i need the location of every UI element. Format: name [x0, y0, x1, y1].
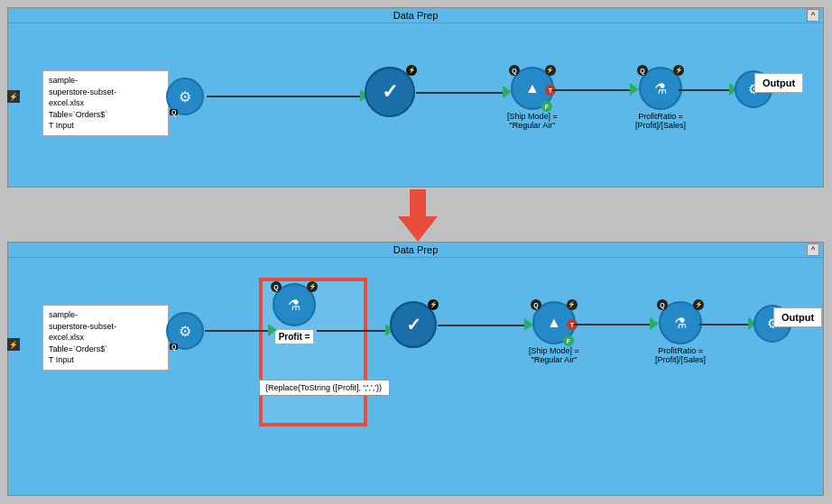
bottom-filter-q-badge: Q [531, 299, 541, 310]
bottom-calc-q-badge: Q [657, 299, 668, 310]
highlighted-q-badge: Q [271, 281, 282, 292]
bottom-check-lightning-badge: ⚡ [428, 299, 439, 310]
bottom-input-line3: excel.xlsx [49, 333, 84, 342]
bottom-gear-q-badge: Q [170, 344, 178, 350]
top-input-node: sample- superstore-subset- excel.xlsx Ta… [42, 70, 169, 136]
top-panel-content: sample- superstore-subset- excel.xlsx Ta… [8, 23, 823, 184]
top-panel-title-bar: Data Prep ^ [8, 8, 823, 23]
gear-icon-bottom [179, 323, 191, 340]
top-filter-label: [Ship Mode] = "Regular Air" [507, 112, 558, 130]
top-output-label: Output [754, 73, 803, 93]
top-filter-lightning-badge: ⚡ [545, 65, 556, 76]
bottom-input-line5: T Input [49, 355, 74, 364]
bottom-connector-0 [268, 324, 277, 336]
top-input-line3: excel.xlsx [49, 98, 84, 107]
top-line-1 [207, 96, 365, 97]
top-line-3 [552, 89, 633, 91]
bottom-input-line1: sample- [49, 310, 78, 319]
bottom-panel-title-bar: Data Prep ^ [8, 243, 823, 258]
top-calc-node[interactable]: ⚗ Q ⚡ ProfitRatio = [Profit]/[Sales] [635, 67, 686, 130]
top-panel: Data Prep ^ sample- superstore-subset- e… [7, 7, 824, 188]
top-line-2 [416, 92, 506, 94]
bottom-panel-title: Data Prep [393, 244, 439, 255]
bottom-output-label: Output [773, 307, 822, 327]
bottom-panel: Data Prep ^ sample- superstore-subset- e… [7, 242, 824, 496]
top-line-4 [679, 89, 733, 91]
top-checkmark-node[interactable]: ✓ ⚡ [365, 67, 415, 117]
side-lightning-icon-top: ⚡ [7, 90, 20, 103]
bottom-line-3 [574, 324, 653, 325]
top-input-line5: T Input [49, 121, 74, 130]
top-input-line4: Table=`Orders$` [49, 110, 107, 119]
bottom-filter-lightning-badge: ⚡ [567, 299, 578, 310]
bottom-input-line4: Table=`Orders$` [49, 344, 107, 353]
checkmark-icon-bottom: ✓ [406, 314, 421, 335]
highlighted-lightning-badge: ⚡ [307, 281, 318, 292]
bottom-line-1 [317, 330, 389, 332]
bottom-panel-collapse[interactable]: ^ [807, 243, 819, 256]
main-container: ⚡ ⚡ Data Prep ^ sample- superstore-subse… [0, 0, 832, 504]
side-lightning-icon-bottom: ⚡ [7, 338, 20, 351]
bottom-line-4 [699, 324, 752, 325]
top-filter-node[interactable]: ▲ Q ⚡ T F [Ship Mode] = "Regular Air" [507, 67, 558, 130]
tooltip-popup: {Replace(ToString ([Profit], ';',',')) [259, 380, 390, 396]
top-calc-lightning-badge: ⚡ [673, 65, 684, 76]
bottom-filter-f-badge: F [563, 335, 574, 346]
highlighted-node-label: Profit = [275, 330, 314, 344]
top-calc-q-badge: Q [637, 65, 648, 76]
top-input-line2: superstore-subset- [49, 87, 116, 96]
bottom-input-line2: superstore-subset- [49, 322, 116, 331]
down-arrow [398, 189, 438, 242]
bottom-calc-node[interactable]: ⚗ Q ⚡ ProfitRatio = [Profit]/[Sales] [655, 301, 706, 364]
top-gear-node[interactable]: Q [166, 78, 204, 115]
top-filter-f-badge: F [541, 101, 552, 112]
top-input-line1: sample- [49, 76, 78, 85]
top-filter-q-badge: Q [509, 65, 520, 76]
arrow-shaft [410, 189, 426, 216]
bottom-line-2 [438, 325, 528, 326]
top-check-lightning-badge: ⚡ [406, 65, 417, 76]
bottom-filter-label: [Ship Mode] = "Regular Air" [529, 346, 579, 364]
flask-icon-bottom: ⚗ [674, 315, 687, 332]
top-calc-label: ProfitRatio = [Profit]/[Sales] [635, 112, 686, 130]
bottom-checkmark-node[interactable]: ✓ ⚡ [390, 301, 437, 348]
bottom-filter-node[interactable]: ▲ Q ⚡ T F [Ship Mode] = "Regular Air" [529, 301, 579, 364]
flask-icon-top: ⚗ [654, 80, 667, 97]
bottom-calc-label: ProfitRatio = [Profit]/[Sales] [655, 346, 706, 364]
bottom-calc-lightning-badge: ⚡ [693, 299, 704, 310]
top-panel-title: Data Prep [393, 10, 439, 21]
triangle-icon-top: ▲ [525, 80, 540, 96]
checkmark-icon-top: ✓ [382, 80, 398, 104]
bottom-line-0 [205, 330, 273, 332]
gear-icon-top [179, 88, 191, 105]
bottom-panel-content: sample- superstore-subset- excel.xlsx Ta… [8, 258, 823, 492]
flask-icon-highlighted: ⚗ [288, 297, 300, 314]
bottom-input-node: sample- superstore-subset- excel.xlsx Ta… [42, 305, 169, 371]
top-panel-collapse[interactable]: ^ [807, 9, 819, 22]
bottom-gear-node[interactable]: Q [166, 312, 204, 350]
bottom-highlighted-node[interactable]: ⚗ Q ⚡ Profit = [273, 283, 316, 344]
triangle-icon-bottom: ▲ [547, 315, 561, 331]
arrow-head [398, 216, 438, 242]
top-gear-q-badge: Q [170, 109, 178, 115]
